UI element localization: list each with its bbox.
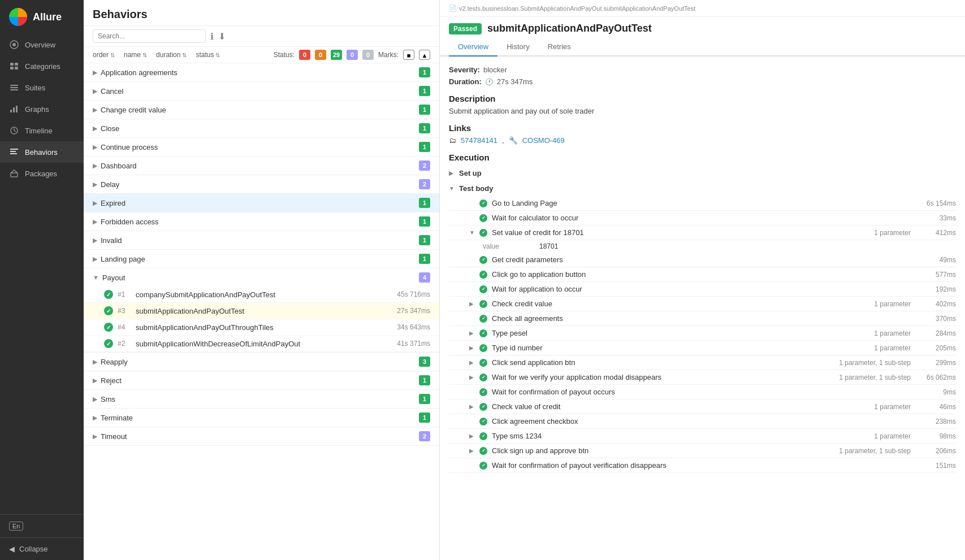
svg-rect-5 [15,67,18,70]
setup-header[interactable]: ▶ Set up [449,166,956,181]
group-header-delay[interactable]: ▶ Delay 2 [84,175,439,193]
group-header-cancel[interactable]: ▶ Cancel 1 [84,82,439,100]
group-header-expired[interactable]: ▶ Expired 1 [84,194,439,212]
step-status-icon [479,229,487,237]
search-input[interactable] [93,29,206,43]
step-wait-application[interactable]: Wait for application to occur 192ms [449,282,956,297]
sidebar-item-categories[interactable]: Categories [0,55,84,77]
group-name: Delay [101,180,419,189]
step-click-go-to-app[interactable]: Click go to application button 577ms [449,267,956,282]
sidebar-item-timeline[interactable]: Timeline [0,120,84,141]
status-badge-passed[interactable]: 29 [331,50,342,60]
col-duration[interactable]: duration ⇅ [156,51,187,59]
sidebar-item-label-behaviors: Behaviors [25,148,58,157]
sidebar-item-behaviors[interactable]: Behaviors [0,141,84,163]
step-param-count: 1 parameter [874,432,911,440]
group-header-reapply[interactable]: ▶ Reapply 3 [84,353,439,371]
test-body-header[interactable]: ▼ Test body [449,181,956,196]
group-name: Expired [101,199,419,207]
group-name: Reject [101,376,419,385]
detail-panel: 📄 v2.tests.businessloan.SubmitApplicatio… [440,0,965,560]
collapse-button[interactable]: En [0,514,84,537]
status-badge-skipped[interactable]: 0 [347,50,358,60]
lang-badge[interactable]: En [9,522,23,531]
step-wait-calculator[interactable]: Wait for calculator to occur 33ms [449,211,956,225]
col-name[interactable]: name ⇅ [124,51,147,59]
group-header-close[interactable]: ▶ Close 1 [84,119,439,137]
step-wait-confirmation-payout[interactable]: Wait for confirmation of payout occurs 9… [449,385,956,400]
duration-row: Duration: 🕐 27s 347ms [449,77,956,86]
group-header-forbidden-access[interactable]: ▶ Forbidden access 1 [84,212,439,231]
expand-icon: ▶ [93,88,97,95]
step-status-icon [479,462,487,470]
sidebar-item-overview[interactable]: Overview [0,34,84,55]
col-status[interactable]: status ⇅ [196,51,220,59]
test-row-submit-application[interactable]: #3 submitApplicationAndPayOutTest 27s 34… [84,303,439,319]
group-count: 1 [419,142,430,152]
group-header-invalid[interactable]: ▶ Invalid 1 [84,231,439,249]
group-header-reject[interactable]: ▶ Reject 1 [84,371,439,389]
duration-value: 27s 347ms [497,77,533,86]
test-row-company-submit[interactable]: #1 companySubmitApplicationAndPayOutTest… [84,286,439,303]
col-order[interactable]: order ⇅ [93,51,115,59]
behaviors-icon [9,147,19,157]
sidebar-item-suites[interactable]: Suites [0,77,84,98]
status-badge-unknown[interactable]: 0 [362,50,374,60]
group-header-payout[interactable]: ▼ Payout 4 [84,268,439,286]
step-type-pesel[interactable]: ▶ Type pesel 1 parameter 284ms [449,326,956,341]
tab-overview[interactable]: Overview [449,38,497,57]
group-header-sms[interactable]: ▶ Sms 1 [84,390,439,408]
group-header-continue-process[interactable]: ▶ Continue process 1 [84,138,439,156]
step-set-credit-value[interactable]: ▼ Set value of credit for 18701 1 parame… [449,225,956,240]
step-check-value-credit[interactable]: ▶ Check value of credit 1 parameter 46ms [449,400,956,414]
chevron-left-icon: ◀ [9,545,15,553]
test-row-submit-through-tiles[interactable]: #4 submitApplicationAndPayOutThroughTile… [84,319,439,336]
test-row-submit-decrease[interactable]: #2 submitApplicationWithDecreaseOfLimitA… [84,336,439,352]
collapse-label: Collapse [19,545,48,553]
group-header-terminate[interactable]: ▶ Terminate 1 [84,409,439,427]
step-expand-icon: ▶ [469,301,477,307]
step-click-sign-up[interactable]: ▶ Click sign up and approve btn 1 parame… [449,444,956,458]
status-badge-failed[interactable]: 0 [299,50,310,60]
group-count: 1 [419,105,430,115]
group-header-application-agreements[interactable]: ▶ Application agreements 1 [84,63,439,81]
step-status-icon [479,285,487,293]
step-wait-confirmation-verification[interactable]: Wait for confirmation of payout verifica… [449,458,956,473]
step-check-all-agreements[interactable]: Check all agreements 370ms [449,311,956,326]
step-type-sms[interactable]: ▶ Type sms 1234 1 parameter 98ms [449,429,956,444]
step-param-count: 1 parameter [874,300,911,308]
step-status-icon [479,432,487,440]
group-header-landing-page[interactable]: ▶ Landing page 1 [84,250,439,268]
group-count: 1 [419,394,430,404]
test-duration: 34s 643ms [397,323,430,331]
graphs-icon [9,104,19,114]
step-check-credit-value[interactable]: ▶ Check credit value 1 parameter 402ms [449,297,956,311]
sidebar-item-packages[interactable]: Packages [0,163,84,184]
tab-history[interactable]: History [497,38,538,57]
sidebar-item-graphs[interactable]: Graphs [0,98,84,120]
download-icon[interactable]: ⬇ [218,31,226,42]
group-dashboard: ▶ Dashboard 2 [84,157,439,175]
test-name: submitApplicationAndPayOutTest [136,307,397,315]
step-click-agreement-checkbox[interactable]: Click agreement checkbox 238ms [449,414,956,429]
step-go-to-landing[interactable]: Go to Landing Page 6s 154ms [449,196,956,211]
step-type-id-number[interactable]: ▶ Type id number 1 parameter 205ms [449,341,956,355]
step-status-icon [479,344,487,352]
group-count: 1 [419,235,430,245]
link-1[interactable]: 574784141 [461,136,497,145]
test-name: submitApplicationAndPayOutThroughTiles [136,323,397,332]
group-header-dashboard[interactable]: ▶ Dashboard 2 [84,157,439,175]
group-header-change-credit-value[interactable]: ▶ Change credit value 1 [84,101,439,119]
step-name: Click go to application button [492,270,911,279]
step-get-credit-params[interactable]: Get credit parameters 49ms [449,253,956,267]
collapse-row[interactable]: ◀ Collapse [0,537,84,560]
group-header-timeout[interactable]: ▶ Timeout 2 [84,427,439,445]
info-icon: ℹ [210,31,214,42]
step-wait-verify-modal[interactable]: ▶ Wait for we verify your application mo… [449,370,956,385]
tab-retries[interactable]: Retries [539,38,580,57]
link-2[interactable]: COSMO-469 [522,136,565,145]
group-count: 2 [419,179,430,189]
svg-rect-7 [10,87,18,88]
status-badge-broken[interactable]: 0 [315,50,326,60]
step-click-send-application[interactable]: ▶ Click send application btn 1 parameter… [449,355,956,370]
